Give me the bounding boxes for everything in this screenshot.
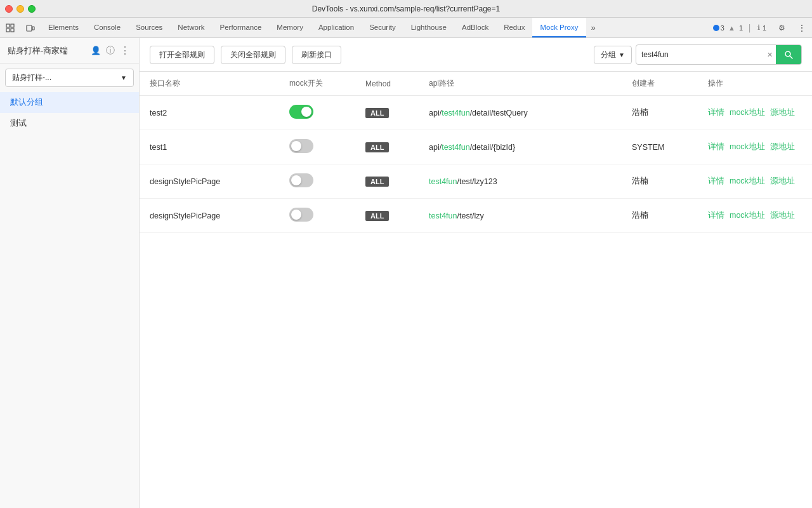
search-button[interactable] — [776, 45, 801, 64]
device-toolbar-icon[interactable] — [20, 18, 41, 37]
tab-console[interactable]: Console — [86, 18, 128, 37]
inspect-element-icon[interactable] — [0, 18, 20, 37]
svg-rect-3 — [11, 29, 14, 32]
api-path-link[interactable]: test4fun — [429, 177, 457, 186]
mock-toggle[interactable] — [289, 173, 313, 187]
action-详情[interactable]: 详情 — [708, 177, 724, 185]
errors-badge[interactable]: 3 — [713, 24, 724, 32]
cell-name: designStylePicPage — [140, 164, 279, 199]
info-icon[interactable]: ⓘ — [105, 44, 116, 58]
table-row: test2ALLapi/test4fun/detail/testQuery浩楠详… — [140, 96, 812, 130]
close-all-rules-button[interactable]: 关闭全部规则 — [221, 46, 285, 64]
cell-name: test1 — [140, 130, 279, 164]
tab-lighthouse[interactable]: Lighthouse — [403, 18, 454, 37]
traffic-lights — [5, 5, 36, 13]
svg-line-7 — [790, 56, 792, 58]
info-badge[interactable]: 1 — [763, 24, 766, 32]
action-源地址[interactable]: 源地址 — [770, 108, 795, 117]
sidebar-title: 贴身打样-商家端 — [8, 45, 86, 57]
devtools-settings-icon[interactable]: ⚙ — [771, 18, 792, 37]
window-title: DevTools - vs.xunxi.com/sample-req/list?… — [312, 4, 500, 13]
cell-actions: 详情mock地址源地址 — [698, 96, 812, 130]
search-input[interactable] — [636, 47, 763, 62]
tab-sources[interactable]: Sources — [128, 18, 170, 37]
status-badges: 3 ▲ 1 │ ℹ 1 — [708, 18, 771, 37]
dropdown-button[interactable]: 贴身打样-... ▼ — [5, 69, 134, 87]
chevron-down-icon: ▼ — [121, 74, 127, 81]
cell-method: ALL — [355, 164, 419, 199]
col-header-method: Method — [355, 72, 419, 96]
devtools-tab-bar: Elements Console Sources Network Perform… — [0, 18, 812, 38]
action-详情[interactable]: 详情 — [708, 108, 724, 117]
close-button[interactable] — [5, 5, 13, 13]
tab-mock-proxy[interactable]: Mock Proxy — [532, 18, 586, 37]
cell-creator: 浩楠 — [622, 199, 698, 233]
svg-rect-2 — [6, 29, 10, 32]
method-badge: ALL — [365, 142, 389, 152]
action-mock地址[interactable]: mock地址 — [730, 142, 765, 151]
toolbar: 打开全部规则 关闭全部规则 刷新接口 分组 ▼ ✕ — [140, 38, 812, 72]
refresh-button[interactable]: 刷新接口 — [292, 46, 341, 64]
sidebar-item-default-group[interactable]: 默认分组 — [0, 92, 139, 113]
action-mock地址[interactable]: mock地址 — [730, 177, 765, 185]
filter-group-button[interactable]: 分组 ▼ — [594, 46, 632, 64]
cell-path: api/test4fun/detail/testQuery — [419, 96, 622, 130]
main-layout: 贴身打样-商家端 👤 ⓘ ⋮ 贴身打样-... ▼ 默认分组 测试 打开全部规则… — [0, 38, 812, 508]
cell-method: ALL — [355, 199, 419, 233]
open-all-rules-button[interactable]: 打开全部规则 — [150, 46, 214, 64]
tab-adblock[interactable]: AdBlock — [454, 18, 496, 37]
sidebar-header: 贴身打样-商家端 👤 ⓘ ⋮ — [0, 38, 139, 64]
api-table: 接口名称 mock开关 Method api路径 创建者 操作 test2ALL… — [140, 72, 812, 233]
api-path-link[interactable]: test4fun — [442, 143, 469, 152]
action-mock地址[interactable]: mock地址 — [730, 108, 765, 117]
tab-network[interactable]: Network — [170, 18, 212, 37]
action-源地址[interactable]: 源地址 — [770, 177, 795, 185]
search-clear-icon[interactable]: ✕ — [763, 48, 776, 61]
cell-path: test4fun/test/lzy — [419, 199, 622, 233]
devtools-more-icon[interactable]: ⋮ — [792, 18, 812, 37]
cell-method: ALL — [355, 130, 419, 164]
cell-mock-toggle — [279, 96, 355, 130]
cell-method: ALL — [355, 96, 419, 130]
tab-elements[interactable]: Elements — [41, 18, 86, 37]
action-源地址[interactable]: 源地址 — [770, 142, 795, 151]
mock-toggle[interactable] — [289, 139, 313, 153]
more-tabs-button[interactable]: » — [586, 18, 601, 37]
title-bar: DevTools - vs.xunxi.com/sample-req/list?… — [0, 0, 812, 18]
tab-security[interactable]: Security — [362, 18, 403, 37]
table-row: designStylePicPageALLtest4fun/test/lzy浩楠… — [140, 199, 812, 233]
action-详情[interactable]: 详情 — [708, 211, 724, 220]
cell-mock-toggle — [279, 130, 355, 164]
mock-toggle[interactable] — [289, 208, 313, 222]
svg-rect-1 — [11, 24, 14, 27]
warnings-badge[interactable]: 1 — [739, 24, 743, 32]
tab-memory[interactable]: Memory — [269, 18, 311, 37]
maximize-button[interactable] — [28, 5, 36, 13]
tab-redux[interactable]: Redux — [496, 18, 532, 37]
sidebar-item-test-group[interactable]: 测试 — [0, 113, 139, 134]
cell-creator: 浩楠 — [622, 164, 698, 199]
api-path-link[interactable]: test4fun — [429, 211, 457, 220]
cell-mock-toggle — [279, 164, 355, 199]
user-icon[interactable]: 👤 — [89, 44, 102, 57]
minimize-button[interactable] — [16, 5, 24, 13]
action-mock地址[interactable]: mock地址 — [730, 211, 765, 220]
action-详情[interactable]: 详情 — [708, 142, 724, 151]
api-path-link[interactable]: test4fun — [442, 109, 469, 117]
cell-creator: 浩楠 — [622, 96, 698, 130]
col-header-creator: 创建者 — [622, 72, 698, 96]
cell-creator: SYSTEM — [622, 130, 698, 164]
tab-performance[interactable]: Performance — [213, 18, 270, 37]
filter-area: 分组 ▼ ✕ — [594, 44, 802, 65]
tab-application[interactable]: Application — [311, 18, 362, 37]
more-icon[interactable]: ⋮ — [119, 43, 131, 58]
mock-toggle[interactable] — [289, 105, 313, 119]
dropdown-value: 贴身打样-... — [12, 72, 51, 83]
svg-rect-4 — [27, 25, 32, 31]
sidebar-header-icons: 👤 ⓘ ⋮ — [89, 43, 131, 58]
search-wrapper: ✕ — [636, 44, 802, 65]
method-badge: ALL — [365, 211, 389, 221]
action-源地址[interactable]: 源地址 — [770, 211, 795, 220]
col-header-mock: mock开关 — [279, 72, 355, 96]
content-area: 打开全部规则 关闭全部规则 刷新接口 分组 ▼ ✕ — [140, 38, 812, 508]
